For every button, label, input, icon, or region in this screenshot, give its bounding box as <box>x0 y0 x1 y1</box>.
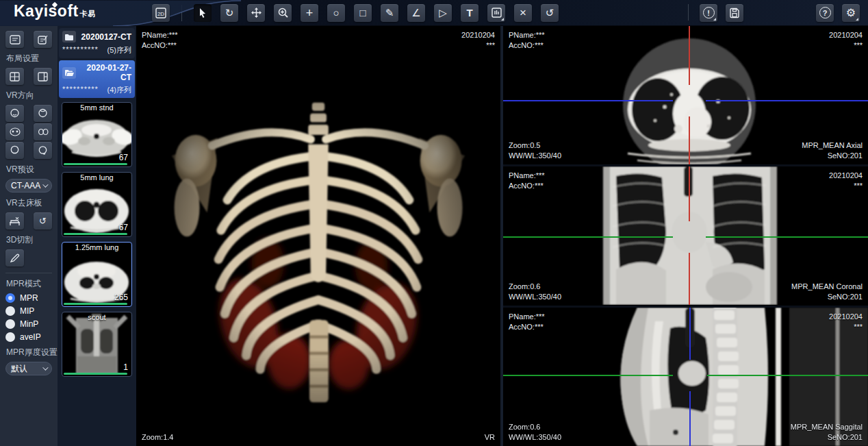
radio-icon <box>5 332 15 342</box>
scalpel-button[interactable] <box>5 249 24 267</box>
text-tool-icon: T <box>466 8 472 18</box>
sagittal-crosshair-h-right[interactable] <box>707 375 868 376</box>
seno-text: SeNO:201 <box>791 432 863 443</box>
zoom-tool-button[interactable] <box>274 4 292 22</box>
layout-edit-button[interactable] <box>34 31 52 48</box>
sagittal-crosshair-v-top[interactable] <box>689 308 691 360</box>
render-mode-text: MPR_MEAN Axial <box>802 140 863 151</box>
series-thumbnail-5mm-stnd[interactable]: 5mm stnd 67 <box>62 102 132 167</box>
dropdown-corner <box>501 18 504 21</box>
ruler-tool-button[interactable]: ✎ <box>381 4 398 22</box>
rotate-3d-icon: ↻ <box>225 8 234 18</box>
rotate-3d-tool-button[interactable]: ↻ <box>220 4 238 22</box>
rectangle-tool-button[interactable]: □ <box>354 4 372 22</box>
axial-zoom-overlay: Zoom:0.5 WW/WL:350/40 <box>509 140 561 161</box>
settings-button[interactable]: ⚙ <box>842 4 860 22</box>
coronal-date-overlay: 20210204 *** <box>829 171 863 191</box>
ellipse-tool-button[interactable]: ○ <box>327 4 345 22</box>
sagittal-mode-overlay: MPR_MEAN Saggital SeNO:201 <box>791 422 863 443</box>
coronal-crosshair-v-bottom[interactable] <box>689 253 690 305</box>
info-button[interactable]: ! <box>700 4 717 22</box>
sagittal-patient-overlay: PName:*** AccNO:*** <box>509 312 545 332</box>
pan-tool-button[interactable] <box>247 4 265 22</box>
vr-reset-button[interactable]: ↺ <box>34 212 52 230</box>
vr-preset-value: CT-AAA <box>11 181 40 190</box>
series-thumbnail-5mm-lung[interactable]: 5mm lung 67 <box>62 172 132 237</box>
mpr-mode-radio-mip[interactable]: MIP <box>5 306 52 316</box>
accno-text: AccNO:*** <box>509 322 545 332</box>
axial-crosshair-v-top[interactable] <box>689 26 690 85</box>
angle-tool-button[interactable]: ∠ <box>407 4 425 22</box>
axial-patient-overlay: PName:*** AccNO:*** <box>509 30 545 51</box>
coronal-crosshair-v-top[interactable] <box>689 166 690 221</box>
vr-orient-right-button[interactable] <box>34 142 52 159</box>
top-toolbar: Kayisoft 卡易 2D ↻ <box>0 0 868 26</box>
study-masked-name: ********** <box>62 85 99 95</box>
vr-orient-posterior-button[interactable] <box>34 105 52 122</box>
viewport-mpr-axial[interactable]: PName:*** AccNO:*** 20210204 *** Zoom:0.… <box>503 26 868 164</box>
thumbnail-label: 1.25mm lung <box>62 243 131 251</box>
arrow-annotation-button[interactable]: ▷ <box>434 4 452 22</box>
sagittal-crosshair-v-bottom[interactable] <box>689 391 691 446</box>
vr-orient-anterior-button[interactable] <box>5 105 24 122</box>
axial-crosshair-h-right[interactable] <box>706 100 868 101</box>
masked-text: *** <box>461 40 495 51</box>
toolbar-separator <box>181 5 182 21</box>
save-button[interactable] <box>726 4 743 22</box>
help-button[interactable]: ? <box>816 4 834 22</box>
mode-2d-button[interactable]: 2D <box>152 4 170 22</box>
head-back-icon <box>38 108 48 119</box>
delete-annotation-button[interactable]: × <box>514 4 532 22</box>
coronal-crosshair-h-left[interactable] <box>503 236 673 238</box>
study-item-2-selected[interactable]: 2020-01-27-CT ********** (4)序列 <box>59 60 135 98</box>
grid-2x2-icon <box>10 72 20 82</box>
study-date-text: 20210204 <box>829 171 863 181</box>
mpr-mode-radio-aveip[interactable]: aveIP <box>5 332 52 342</box>
angle-icon: ∠ <box>411 8 420 18</box>
series-thumbnail-125mm-lung[interactable]: 1.25mm lung 265 <box>62 242 132 307</box>
coronal-crosshair-h-right[interactable] <box>706 236 868 238</box>
cursor-tool-button[interactable] <box>194 4 212 22</box>
dropdown-corner <box>856 18 858 21</box>
vr-orient-face-button[interactable] <box>5 123 24 140</box>
layout-grid-2x2-button[interactable] <box>5 68 24 85</box>
toolbar-separator <box>688 4 689 21</box>
chevron-down-icon <box>42 364 48 370</box>
vr-preset-select[interactable]: CT-AAA <box>5 179 52 193</box>
remove-bed-button[interactable] <box>5 212 24 230</box>
layout-panel-button[interactable] <box>5 31 24 48</box>
axial-crosshair-h-left[interactable] <box>503 100 673 101</box>
sagittal-crosshair-h-left[interactable] <box>503 375 673 376</box>
vr-ribcage-image <box>154 44 483 445</box>
window-level-button[interactable] <box>487 4 505 22</box>
layout-main-side-button[interactable] <box>34 68 52 85</box>
app-logo-cn: 卡易 <box>80 9 96 19</box>
mpr-thickness-select[interactable]: 默认 <box>5 362 52 375</box>
bed-icon <box>9 216 21 226</box>
thumb-scout-image <box>62 312 131 376</box>
folder-open-icon <box>62 67 76 79</box>
viewport-mpr-coronal[interactable]: PName:*** AccNO:*** 20210204 *** Zoom:0.… <box>503 166 868 305</box>
axial-mode-overlay: MPR_MEAN Axial SeNO:201 <box>802 140 863 161</box>
viewport-vr[interactable]: PName:*** AccNO:*** 20210204 *** Zoom:1.… <box>136 26 500 446</box>
vr-orient-occiput-button[interactable] <box>34 123 52 140</box>
viewport-mpr-sagittal[interactable]: PName:*** AccNO:*** 20210204 *** Zoom:0.… <box>503 308 868 446</box>
thumbnail-image-count: 265 <box>114 293 128 302</box>
study-item-1[interactable]: 20200127-CT ********** (5)序列 <box>59 28 135 58</box>
text-tool-button[interactable]: T <box>461 4 478 22</box>
series-thumbnail-scout[interactable]: scout 1 <box>62 312 132 377</box>
thumbnail-progress-bar <box>64 233 127 235</box>
wwwl-text: WW/WL:350/40 <box>509 151 561 161</box>
toolbar-right-group: ! <box>685 4 743 22</box>
axial-crosshair-v-bottom[interactable] <box>689 116 690 164</box>
crosshair-tool-button[interactable]: + <box>301 4 318 22</box>
mpr-mode-radio-mpr[interactable]: MPR <box>5 293 52 303</box>
pname-text: PName:*** <box>509 171 545 181</box>
crosshair-icon: + <box>306 7 314 19</box>
vr-direction-label: VR方向 <box>6 90 52 101</box>
mode-2d-icon: 2D <box>155 7 167 19</box>
reset-view-button[interactable]: ↺ <box>541 4 559 22</box>
chevron-down-icon <box>42 182 48 187</box>
mpr-mode-radio-minp[interactable]: MinP <box>5 319 52 329</box>
vr-orient-left-button[interactable] <box>5 142 24 159</box>
